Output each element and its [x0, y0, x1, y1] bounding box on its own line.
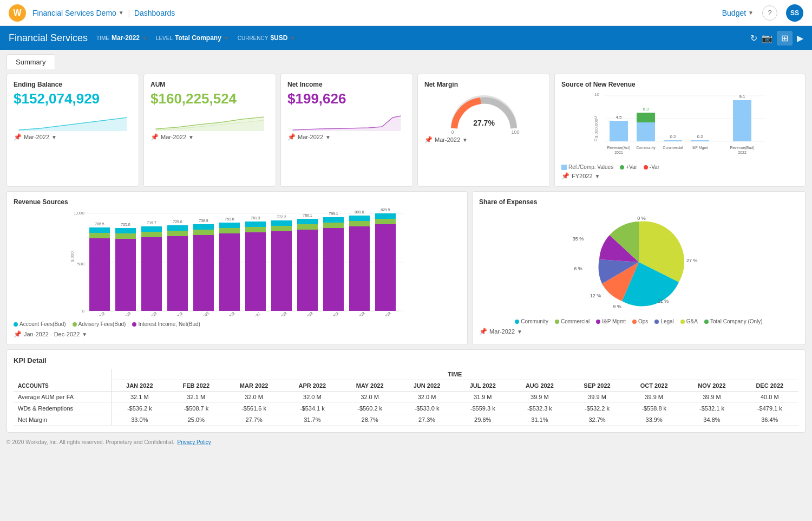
svg-text:10: 10: [594, 92, 599, 97]
cell-value: -$534.1 k: [284, 403, 341, 414]
col-oct: OCT 2022: [625, 380, 683, 392]
col-sep: SEP 2022: [569, 380, 625, 392]
svg-text:772.2: 772.2: [277, 215, 286, 219]
aum-value: $160,225,524: [150, 90, 269, 107]
svg-text:0.2: 0.2: [697, 134, 703, 139]
svg-text:786.1: 786.1: [303, 213, 312, 217]
revenue-sources-chart: 1,000 500 0 $,000 ~ 706.5 Jan: [14, 208, 461, 318]
legend-minus: -Var: [644, 164, 659, 170]
svg-text:Revenue(Bud): Revenue(Bud): [730, 146, 754, 150]
svg-marker-0: [19, 118, 127, 131]
svg-rect-61: [193, 230, 214, 235]
nav-separator: |: [128, 9, 130, 17]
svg-rect-87: [323, 217, 344, 223]
svg-rect-96: [375, 219, 396, 224]
help-button[interactable]: ?: [762, 5, 777, 21]
svg-rect-80: [297, 230, 318, 311]
svg-text:738.9: 738.9: [199, 219, 208, 223]
svg-rect-82: [297, 219, 318, 224]
svg-text:Aug 2022: Aug 2022: [273, 311, 288, 316]
svg-rect-55: [167, 236, 188, 311]
revenue-sources-footer[interactable]: 📌 Jan-2022 - Dec-2022 ▼: [14, 330, 461, 338]
svg-rect-91: [349, 221, 370, 226]
svg-text:761.3: 761.3: [251, 216, 260, 220]
app-name[interactable]: Financial Services Demo ▼: [32, 9, 124, 17]
cell-value: 40.0 M: [741, 392, 798, 403]
tab-summary[interactable]: Summary: [6, 54, 55, 69]
svg-marker-2: [156, 120, 264, 131]
refresh-icon[interactable]: ↻: [750, 33, 757, 43]
cell-value: 25.0%: [168, 414, 224, 426]
sub-header: Financial Services TIME Mar-2022 ▼ LEVEL…: [0, 26, 812, 50]
privacy-policy-link[interactable]: Privacy Policy: [178, 439, 211, 445]
source-revenue-card: Source of New Revenue 10 5 0 $,000,000 4…: [554, 74, 806, 187]
svg-text:Oct 2022: Oct 2022: [326, 311, 339, 316]
svg-text:1,000: 1,000: [74, 211, 85, 216]
share-expenses-chart: 0 % 27 % 11 % 9 % 12 % 6 % 35 %: [479, 208, 798, 316]
svg-text:11 %: 11 %: [658, 298, 669, 304]
net-income-value: $199,626: [287, 90, 406, 107]
level-chevron: ▼: [224, 35, 229, 41]
col-mar: MAR 2022: [225, 380, 284, 392]
svg-text:27 %: 27 %: [686, 258, 698, 263]
svg-rect-85: [323, 228, 344, 311]
film-icon[interactable]: ▶: [797, 33, 803, 43]
camera-icon[interactable]: 📷: [762, 33, 772, 43]
budget-menu[interactable]: Budget ▼: [722, 9, 754, 17]
source-revenue-footer[interactable]: 📌 FY2022 ▼: [561, 172, 798, 180]
budget-chevron: ▼: [748, 10, 754, 16]
svg-text:0.2: 0.2: [670, 134, 676, 139]
tabs-container: Summary: [6, 54, 806, 69]
svg-rect-72: [245, 222, 266, 227]
cell-value: -$533.0 k: [398, 403, 455, 414]
svg-text:100: 100: [511, 129, 519, 135]
cell-value: 32.0 M: [225, 392, 284, 403]
aum-sparkline: [150, 109, 269, 131]
cell-value: 32.0 M: [398, 392, 455, 403]
cell-value: -$561.6 k: [225, 403, 284, 414]
ending-balance-footer[interactable]: 📌 Mar-2022 ▼: [14, 133, 132, 141]
net-income-footer[interactable]: 📌 Mar-2022 ▼: [287, 133, 406, 141]
svg-rect-66: [219, 228, 240, 233]
time-header: TIME: [111, 369, 798, 380]
aum-footer[interactable]: 📌 Mar-2022 ▼: [150, 133, 269, 141]
grid-icon[interactable]: ⊞: [777, 31, 793, 45]
svg-rect-28: [733, 100, 751, 141]
cell-value: 34.8%: [683, 414, 741, 426]
nav-dashboards-link[interactable]: Dashboards: [134, 9, 175, 17]
header-actions: ↻ 📷 ⊞ ▶: [750, 31, 803, 45]
svg-rect-70: [245, 232, 266, 311]
user-avatar[interactable]: SS: [786, 4, 803, 22]
row-label: Average AUM per FA: [14, 392, 111, 403]
svg-text:12 %: 12 %: [590, 293, 601, 298]
legend-interest-income: Interest Income, Net(Bud): [132, 321, 200, 327]
svg-text:Jul 2022: Jul 2022: [248, 311, 261, 316]
cell-value: 33.9%: [625, 414, 683, 426]
pin-icon-sr: 📌: [561, 172, 569, 180]
svg-rect-62: [193, 224, 214, 230]
ref-color: [561, 165, 567, 170]
svg-rect-52: [141, 226, 162, 232]
col-apr: APR 2022: [284, 380, 341, 392]
svg-text:0: 0: [82, 309, 85, 314]
kpi-table-container: ACCOUNTS TIME JAN 2022 FEB 2022 MAR 2022…: [14, 369, 798, 426]
aum-card: AUM $160,225,524 📌 Mar-2022 ▼: [143, 74, 276, 187]
cell-value: 32.0 M: [284, 392, 341, 403]
svg-text:Jun 2022: Jun 2022: [222, 311, 235, 316]
svg-rect-56: [167, 231, 188, 236]
cell-value: -$532.3 k: [510, 403, 569, 414]
time-filter[interactable]: TIME Mar-2022 ▼: [96, 34, 147, 42]
share-expenses-footer[interactable]: 📌 Mar-2022 ▼: [479, 328, 798, 335]
currency-filter[interactable]: CURRENCY $USD ▼: [238, 34, 296, 42]
svg-rect-75: [271, 231, 292, 311]
currency-chevron: ▼: [290, 35, 295, 41]
svg-rect-51: [141, 232, 162, 237]
app-name-chevron[interactable]: ▼: [119, 10, 124, 16]
revenue-sources-title: Revenue Sources: [14, 198, 461, 206]
net-margin-footer[interactable]: 📌 Mar-2022 ▼: [424, 136, 543, 144]
svg-marker-3: [293, 116, 401, 131]
level-filter[interactable]: LEVEL Total Company ▼: [156, 34, 229, 42]
svg-text:0: 0: [451, 129, 454, 135]
cell-value: 27.3%: [398, 414, 455, 426]
svg-text:May 2022: May 2022: [195, 311, 210, 316]
